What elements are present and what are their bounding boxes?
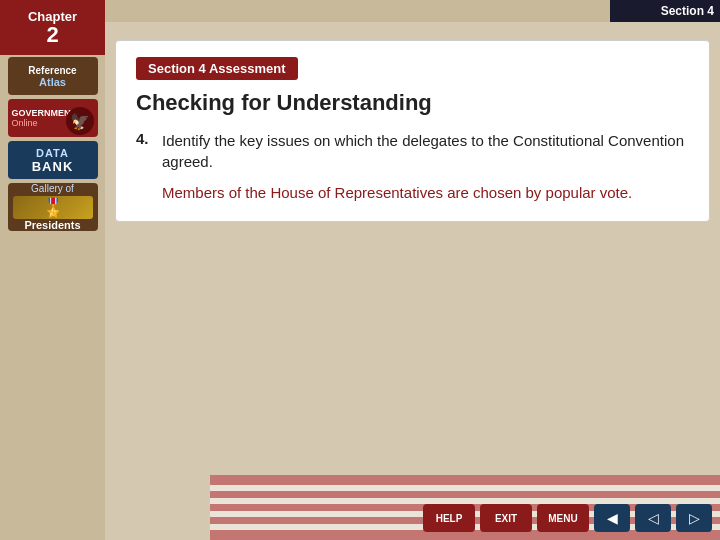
content-box: Section 4 Assessment Checking for Unders… [115,40,710,222]
gallery-of-label: Gallery of [31,183,74,194]
forward-arrow-icon: ▷ [689,510,700,526]
bank-label: BANK [32,159,74,174]
help-button[interactable]: HELP [423,504,475,532]
exit-button[interactable]: EXIT [480,504,532,532]
main-content: Section 4 Assessment Checking for Unders… [105,22,720,540]
online-label: Online [12,118,38,128]
question-text: Identify the key issues on which the del… [162,130,689,172]
sidebar-item-government-online[interactable]: GOVERNMENT Online 🦅 [8,99,98,137]
atlas-label: Atlas [39,76,66,88]
section-badge: Section 4 [610,0,720,22]
eagle-icon: 🦅 [66,107,94,135]
chapter-number: 2 [46,24,58,46]
prev-arrow-icon: ◀ [607,510,618,526]
forward-button[interactable]: ▷ [676,504,712,532]
question-number: 4. [136,130,154,172]
question-item: 4. Identify the key issues on which the … [136,130,689,172]
answer-text: Members of the House of Representatives … [162,182,689,205]
section-label: Section 4 [661,4,714,18]
back-arrow-icon: ◁ [648,510,659,526]
bottom-navigation: HELP EXIT MENU ◀ ◁ ▷ [423,504,712,532]
sidebar-item-reference-atlas[interactable]: Reference Atlas [8,57,98,95]
reference-label: Reference [28,65,76,76]
prev-button[interactable]: ◀ [594,504,630,532]
presidents-label: Presidents [24,219,80,231]
data-label: DATA [36,147,69,159]
assessment-banner: Section 4 Assessment [136,57,298,80]
sidebar-item-gallery-presidents[interactable]: Gallery of 🎖️ Presidents [8,183,98,231]
sidebar-item-data-bank[interactable]: DATA BANK [8,141,98,179]
menu-button[interactable]: MENU [537,504,589,532]
presidents-image: 🎖️ [13,196,93,219]
content-title: Checking for Understanding [136,90,689,116]
back-button[interactable]: ◁ [635,504,671,532]
chapter-badge: Chapter 2 [0,0,105,55]
sidebar: Reference Atlas GOVERNMENT Online 🦅 DATA… [0,22,105,540]
